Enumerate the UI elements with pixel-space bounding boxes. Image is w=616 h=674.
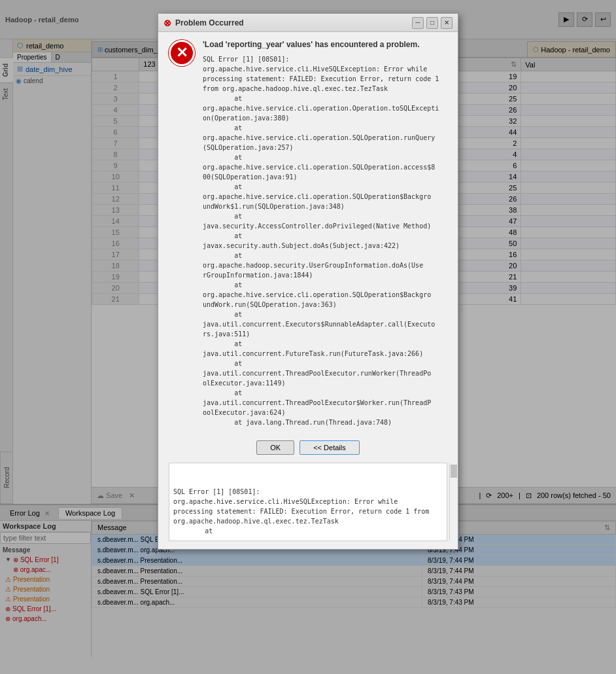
ok-button[interactable]: OK: [256, 440, 294, 455]
modal-header-text: 'Load 'reporting_year' values' has encou…: [203, 40, 447, 49]
modal-titlebar: ⊗ Problem Occurred ─ □ ✕: [158, 14, 458, 32]
window-controls: ─ □ ✕: [412, 17, 453, 29]
modal-title-area: ⊗ Problem Occurred: [163, 18, 244, 28]
maximize-button[interactable]: □: [426, 17, 438, 29]
modal-overlay: ⊗ Problem Occurred ─ □ ✕ ✕ 'Load 'report…: [0, 0, 616, 674]
close-button[interactable]: ✕: [441, 17, 453, 29]
modal-body: ✕ 'Load 'reporting_year' values' has enc…: [158, 32, 458, 435]
details-button[interactable]: << Details: [299, 440, 360, 455]
details-section: SQL Error [1] [08S01]: org.apache.hive.s…: [158, 463, 458, 541]
details-scrollbar[interactable]: [449, 463, 457, 541]
modal-footer: OK << Details: [158, 435, 458, 463]
details-text-area[interactable]: SQL Error [1] [08S01]: org.apache.hive.s…: [169, 463, 447, 541]
dialog-error-icon: ⊗: [163, 18, 171, 28]
scrollbar-thumb[interactable]: [451, 465, 457, 478]
stack-trace: SQL Error [1] [08S01]: org.apache.hive.s…: [203, 54, 447, 427]
modal-text-area[interactable]: 'Load 'reporting_year' values' has encou…: [203, 40, 447, 427]
minimize-button[interactable]: ─: [412, 17, 424, 29]
problem-occurred-dialog: ⊗ Problem Occurred ─ □ ✕ ✕ 'Load 'report…: [158, 13, 458, 550]
details-content: SQL Error [1] [08S01]: org.apache.hive.s…: [173, 487, 443, 536]
error-circle-icon: ✕: [169, 40, 195, 66]
